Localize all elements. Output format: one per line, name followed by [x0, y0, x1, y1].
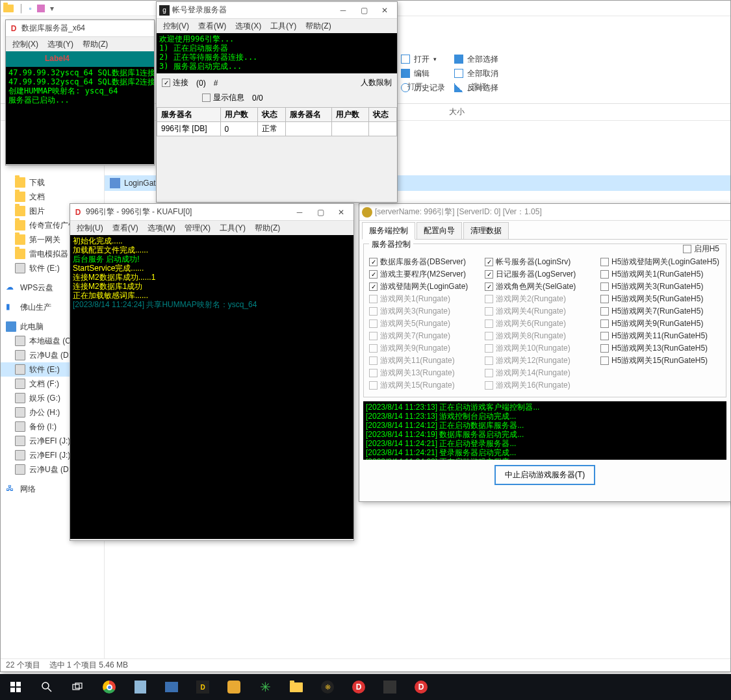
server-checkbox[interactable]: 日记服务器(LogServer) — [485, 268, 595, 281]
menu-item[interactable]: 工具(Y) — [266, 19, 300, 33]
titlebar[interactable]: [serverName: 996引擎] [ServerID: 0] [Ver：1… — [359, 204, 730, 221]
stop-start-server-button[interactable]: 中止启动游戏服务器(T) — [494, 465, 595, 485]
hash-label: # — [214, 79, 218, 88]
menu-item[interactable]: 帮助(Z) — [251, 221, 284, 235]
menu-item[interactable]: 管理(X) — [181, 221, 214, 235]
menu-item[interactable]: 帮助(Z) — [79, 38, 112, 51]
ribbon-open[interactable]: 打开 ▾ — [398, 52, 448, 66]
taskbar-app-996[interactable]: D — [187, 674, 218, 700]
server-checkbox[interactable]: H5游戏网关1(RunGateH5) — [600, 268, 721, 281]
menu-item[interactable]: 工具(Y) — [216, 221, 250, 235]
server-checkbox[interactable]: H5游戏网关9(RunGateH5) — [600, 318, 721, 330]
app-icon — [362, 207, 372, 218]
menu-item[interactable]: 选项(W) — [144, 221, 179, 235]
server-checkbox[interactable]: H5游戏登陆网关(LoginGateH5) — [600, 256, 721, 268]
close-button[interactable]: ✕ — [331, 206, 351, 219]
server-checkbox[interactable]: H5游戏网关7(RunGateH5) — [600, 305, 721, 318]
status-selection: 选中 1 个项目 5.46 MB — [49, 660, 128, 671]
server-checkbox[interactable]: H5游戏网关15(RunGateH5) — [600, 355, 721, 367]
maximize-button[interactable]: ▢ — [311, 206, 330, 219]
menu-item[interactable]: 控制(X) — [8, 38, 42, 51]
titlebar[interactable]: D 996引擎 - 996引擎 - KUAFU[0] ─ ▢ ✕ — [70, 204, 353, 221]
titlebar[interactable]: g 帐号登录服务器 ─ ▢ ✕ — [157, 2, 397, 19]
checkbox-label: 游戏网关3(Rungate) — [380, 306, 450, 317]
menubar: 控制(U)查看(V)选项(W)管理(X)工具(Y)帮助(Z) — [70, 221, 353, 235]
taskbar-wechat[interactable]: ✳ — [250, 674, 281, 700]
sidebar-item[interactable]: 文档 — [1, 190, 104, 204]
showinfo-count: 0/0 — [252, 94, 263, 103]
menu-item[interactable]: 帮助(Z) — [301, 19, 335, 33]
menu-item[interactable]: 控制(U) — [73, 221, 107, 235]
checkbox-label: H5游戏网关9(RunGateH5) — [611, 318, 703, 329]
server-checkbox[interactable]: 游戏登陆网关(LoginGate) — [369, 281, 480, 293]
menu-item[interactable]: 选项(Y) — [44, 38, 77, 51]
search-button[interactable] — [31, 674, 62, 700]
close-button[interactable]: ✕ — [375, 4, 394, 17]
table-header[interactable]: 服务器名 — [157, 108, 221, 122]
taskbar-app-yellow[interactable] — [218, 674, 250, 700]
showinfo-checkbox[interactable]: 显示信息 — [202, 92, 244, 103]
ribbon-edit[interactable]: 编辑 — [398, 66, 448, 81]
connect-checkbox[interactable]: ✓连接 — [162, 77, 188, 88]
menu-item[interactable]: 查看(W) — [194, 19, 230, 33]
menu-item[interactable]: 查看(V) — [109, 221, 142, 235]
server-checkbox[interactable]: 游戏主要程序(M2Server) — [369, 268, 480, 281]
taskbar-db-app2[interactable]: D — [405, 674, 437, 700]
minimize-button[interactable]: ─ — [333, 4, 353, 17]
server-checkbox[interactable]: H5游戏网关13(RunGateH5) — [600, 342, 721, 355]
minimize-button[interactable]: ─ — [290, 206, 309, 219]
taskbar-app-gold[interactable]: ❋ — [312, 674, 343, 700]
m2-console: 初始化完成.....加载配置文件完成......后台服务 启动成功!StartS… — [70, 235, 353, 539]
tab[interactable]: 服务端控制 — [362, 222, 415, 240]
taskbar-chrome[interactable] — [94, 674, 125, 700]
window-title: 数据库服务器_x64 — [21, 23, 151, 34]
sidebar-item-label: 本地磁盘 (C: — [29, 336, 73, 347]
server-checkbox[interactable]: 游戏角色网关(SelGate) — [485, 281, 595, 293]
server-checkbox: 游戏网关1(Rungate) — [369, 293, 480, 305]
checkbox-label: H5游戏登陆网关(LoginGateH5) — [611, 256, 719, 268]
sidebar-item-label: 佛山生产 — [20, 302, 51, 313]
taskbar-db-app[interactable]: D — [343, 674, 374, 700]
server-checkbox[interactable]: H5游戏网关11(RunGateH5) — [600, 330, 721, 342]
maximize-button[interactable]: ▢ — [354, 4, 374, 17]
svg-point-4 — [42, 682, 49, 689]
qat-btn[interactable] — [37, 5, 45, 12]
table-header[interactable]: 服务器名 — [285, 108, 331, 122]
sidebar-item-label: 备份 (I:) — [29, 421, 57, 432]
server-checkbox[interactable]: 帐号服务器(LoginSrv) — [485, 256, 595, 268]
table-header[interactable]: 用户数 — [220, 108, 257, 122]
menu-item[interactable]: 选项(X) — [231, 19, 265, 33]
sidebar-item-label: 办公 (H:) — [29, 407, 60, 418]
taskbar-explorer[interactable] — [281, 674, 312, 700]
ribbon-selectnone[interactable]: 全部取消 — [452, 66, 501, 81]
titlebar[interactable]: D 数据库服务器_x64 — [6, 20, 154, 37]
ribbon-history[interactable]: 历史记录 — [398, 81, 448, 95]
ribbon-selectall[interactable]: 全部选择 — [452, 52, 501, 66]
sidebar-item-label: 云净EFI (J:) — [29, 436, 70, 447]
server-checkbox: 游戏网关10(Rungate) — [485, 342, 595, 355]
server-checkbox: 游戏网关11(Rungate) — [369, 355, 480, 367]
qat-dd[interactable]: ▾ — [50, 4, 54, 13]
app-icon: D — [8, 23, 19, 34]
sidebar-item-label: 娱乐 (G:) — [29, 393, 60, 404]
table-header[interactable]: 状态 — [368, 108, 396, 122]
tab[interactable]: 清理数据 — [463, 222, 509, 239]
table-header[interactable]: 状态 — [257, 108, 285, 122]
table-header[interactable]: 用户数 — [331, 108, 368, 122]
start-button[interactable] — [0, 674, 31, 700]
server-checkbox[interactable]: H5游戏网关3(RunGateH5) — [600, 281, 721, 293]
taskbar-app-notepad[interactable] — [125, 674, 156, 700]
checkbox-label: H5游戏网关5(RunGateH5) — [611, 294, 703, 305]
server-checkbox[interactable]: 数据库服务器(DBServer) — [369, 256, 480, 268]
taskbar-app-remote[interactable] — [156, 674, 187, 700]
taskbar-app-dark[interactable] — [374, 674, 405, 700]
checkbox-label: 游戏网关8(Rungate) — [496, 331, 566, 342]
enable-h5-checkbox[interactable]: 启用H5 — [683, 243, 719, 255]
sidebar-item[interactable]: 下载 — [1, 175, 104, 190]
taskview-button[interactable] — [62, 674, 94, 700]
menu-item[interactable]: 控制(V) — [159, 19, 193, 33]
tab[interactable]: 配置向导 — [417, 222, 462, 239]
server-checkbox[interactable]: H5游戏网关5(RunGateH5) — [600, 293, 721, 305]
qat-btn[interactable]: ▫ — [29, 4, 32, 13]
size-header[interactable]: 大小 — [449, 106, 465, 118]
